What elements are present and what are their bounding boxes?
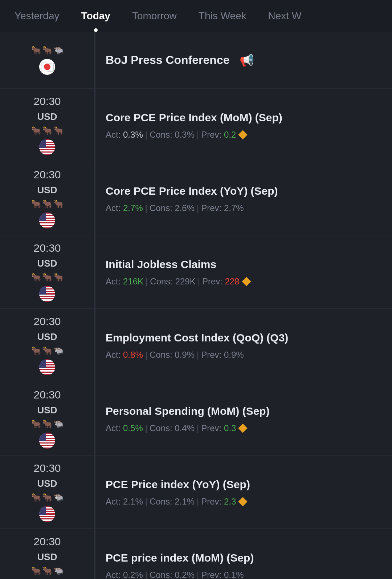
bulls-pce-mom: 🐂 🐂 🐃 xyxy=(31,566,64,576)
tab-next[interactable]: Next W xyxy=(257,0,313,32)
event-currency-core-pce-mom: USD xyxy=(37,111,57,122)
bulls-pce-yoy: 🐂 🐂 🐃 xyxy=(31,493,64,502)
event-right-jobless: Initial Jobless Claims Act: 216K | Cons:… xyxy=(95,235,392,308)
event-row-boj: 🐂 🐂 🐃 🇯🇵 BoJ Press Conference 📢 xyxy=(0,32,392,89)
event-left-pce-yoy: 20:30 USD 🐂 🐂 🐃 xyxy=(0,455,94,529)
flag-jp: 🇯🇵 xyxy=(39,59,55,75)
tab-yesterday[interactable]: Yesterday xyxy=(4,0,70,32)
event-row-core-pce-mom: 20:30 USD 🐂 🐂 🐂 Core PCE Price Index (Mo… xyxy=(0,89,392,162)
tab-this-week[interactable]: This Week xyxy=(188,0,257,32)
event-right-spending: Personal Spending (MoM) (Sep) Act: 0.5% … xyxy=(95,382,392,455)
stats-pce-yoy: Act: 2.1% | Cons: 2.1% | Prev: 2.3 xyxy=(106,497,382,507)
flag-us-1 xyxy=(39,139,55,155)
megaphone-icon: 📢 xyxy=(240,53,254,67)
name-emp: Employment Cost Index (QoQ) (Q3) xyxy=(106,331,382,345)
event-right-pce-mom: PCE price index (MoM) (Sep) Act: 0.2% | … xyxy=(95,529,392,579)
event-row-core-pce-yoy: 20:30 USD 🐂 🐂 🐂 Core PCE Price Index (Yo… xyxy=(0,162,392,235)
event-left-jobless: 20:30 USD 🐂 🐂 🐂 xyxy=(0,235,94,308)
flag-us-4 xyxy=(39,359,55,375)
cons-label-1: Cons: 0.3% xyxy=(150,130,195,140)
event-row-initial-jobless: 20:30 USD 🐂 🐂 🐂 Initial Jobless Claims A… xyxy=(0,235,392,309)
time-pce-mom: 20:30 xyxy=(33,535,61,548)
event-left-core-pce-mom: 20:30 USD 🐂 🐂 🐂 xyxy=(0,89,94,162)
sep-2: | xyxy=(197,130,199,140)
event-left-pce-mom: 20:30 USD 🐂 🐂 🐃 xyxy=(0,529,94,579)
time-pce-yoy: 20:30 xyxy=(33,462,61,474)
event-right-core-pce-yoy: Core PCE Price Index (YoY) (Sep) Act: 2.… xyxy=(95,162,392,235)
flag-us-3 xyxy=(39,286,55,302)
tab-tomorrow[interactable]: Tomorrow xyxy=(121,0,188,32)
event-list: 🐂 🐂 🐃 🇯🇵 BoJ Press Conference 📢 20:30 US… xyxy=(0,32,392,579)
sep-1: | xyxy=(145,130,147,140)
diamond-pce-yoy xyxy=(238,497,248,506)
bull-2: 🐂 xyxy=(42,126,52,135)
bull-icon-3: 🐃 xyxy=(54,46,64,55)
event-left-boj: 🐂 🐂 🐃 🇯🇵 xyxy=(0,32,94,88)
event-right-pce-yoy: PCE Price index (YoY) (Sep) Act: 2.1% | … xyxy=(95,455,392,529)
name-jobless: Initial Jobless Claims xyxy=(106,257,382,271)
event-right-emp: Employment Cost Index (QoQ) (Q3) Act: 0.… xyxy=(95,309,392,382)
event-left-emp: 20:30 USD 🐂 🐂 🐃 xyxy=(0,309,94,382)
tab-today[interactable]: Today xyxy=(70,0,121,32)
bull-icons-yoy: 🐂 🐂 🐂 xyxy=(31,199,64,209)
name-spending: Personal Spending (MoM) (Sep) xyxy=(106,404,382,418)
event-name-yoy: Core PCE Price Index (YoY) (Sep) xyxy=(106,184,382,198)
currency-pce-mom: USD xyxy=(37,551,57,563)
diamond-1 xyxy=(238,130,248,139)
bull-icons-core-pce-mom: 🐂 🐂 🐂 xyxy=(31,126,64,135)
act-label-1: Act: 0.3% xyxy=(106,130,143,140)
event-right-core-pce-mom: Core PCE Price Index (MoM) (Sep) Act: 0.… xyxy=(95,89,392,162)
time-jobless: 20:30 xyxy=(33,242,61,254)
tab-bar: Yesterday Today Tomorrow This Week Next … xyxy=(0,0,392,32)
event-currency-yoy: USD xyxy=(37,185,57,196)
boj-event-name: BoJ Press Conference xyxy=(106,53,229,68)
event-stats-yoy: Act: 2.7% | Cons: 2.6% | Prev: 2.7% xyxy=(106,203,382,213)
bull-icon-2: 🐂 xyxy=(42,46,52,55)
currency-pce-yoy: USD xyxy=(37,478,57,489)
diamond-spending xyxy=(238,424,248,433)
bulls-jobless: 🐂 🐂 🐂 xyxy=(31,273,64,282)
stats-emp: Act: 0.8% | Cons: 0.9% | Prev: 0.9% xyxy=(106,350,382,360)
prev-label-1: Prev: 0.2 xyxy=(201,130,236,140)
diamond-jobless xyxy=(242,277,251,286)
time-spending: 20:30 xyxy=(33,389,61,401)
name-pce-yoy: PCE Price index (YoY) (Sep) xyxy=(106,477,382,491)
time-emp: 20:30 xyxy=(33,315,61,328)
event-stats-core-pce-mom: Act: 0.3% | Cons: 0.3% | Prev: 0.2 xyxy=(106,130,382,140)
flag-us-6 xyxy=(39,506,55,522)
currency-emp: USD xyxy=(37,331,57,343)
event-row-personal-spending: 20:30 USD 🐂 🐂 🐃 Personal Spending (MoM) … xyxy=(0,382,392,455)
event-row-employment-cost: 20:30 USD 🐂 🐂 🐃 Employment Cost Index (Q… xyxy=(0,309,392,382)
event-name-core-pce-mom: Core PCE Price Index (MoM) (Sep) xyxy=(106,110,382,125)
event-left-core-pce-yoy: 20:30 USD 🐂 🐂 🐂 xyxy=(0,162,94,235)
stats-pce-mom: Act: 0.2% | Cons: 0.2% | Prev: 0.1% xyxy=(106,570,382,579)
bull-1: 🐂 xyxy=(31,126,41,135)
event-left-spending: 20:30 USD 🐂 🐂 🐃 xyxy=(0,382,94,455)
name-pce-mom: PCE price index (MoM) (Sep) xyxy=(106,551,382,565)
event-right-boj: BoJ Press Conference 📢 xyxy=(95,32,392,88)
flag-us-5 xyxy=(39,433,55,449)
event-row-pce-yoy: 20:30 USD 🐂 🐂 🐃 PCE Price index (YoY) (S… xyxy=(0,455,392,529)
event-row-pce-mom: 20:30 USD 🐂 🐂 🐃 PCE price index (MoM) (S… xyxy=(0,529,392,579)
stats-jobless: Act: 216K | Cons: 229K | Prev: 228 xyxy=(106,276,382,287)
bull-icon-1: 🐂 xyxy=(31,46,41,55)
stats-spending: Act: 0.5% | Cons: 0.4% | Prev: 0.3 xyxy=(106,423,382,433)
flag-us-2 xyxy=(39,212,55,228)
bull-icons-boj: 🐂 🐂 🐃 xyxy=(31,46,64,55)
currency-spending: USD xyxy=(37,405,57,416)
bull-3: 🐂 xyxy=(54,126,64,135)
event-time-yoy: 20:30 xyxy=(33,169,61,181)
bulls-emp: 🐂 🐂 🐃 xyxy=(31,346,64,356)
event-time-core-pce-mom: 20:30 xyxy=(33,95,61,108)
currency-jobless: USD xyxy=(37,258,57,269)
bulls-spending: 🐂 🐂 🐃 xyxy=(31,420,64,429)
